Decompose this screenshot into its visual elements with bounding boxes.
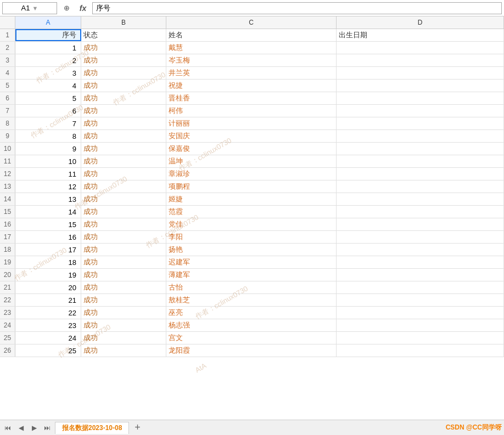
cell-B[interactable]: 成功 bbox=[81, 168, 166, 180]
cell-C[interactable]: 巫亮 bbox=[166, 307, 337, 319]
cell-C[interactable]: 安国庆 bbox=[166, 130, 337, 142]
cell-D[interactable] bbox=[337, 244, 504, 256]
cell-C[interactable]: 宫文 bbox=[166, 332, 337, 344]
cell-D[interactable] bbox=[337, 54, 504, 66]
cell-C[interactable]: 晋桂香 bbox=[166, 92, 337, 104]
cell-D[interactable] bbox=[337, 130, 504, 142]
cell-A[interactable]: 19 bbox=[15, 269, 81, 281]
cell-B[interactable]: 成功 bbox=[81, 218, 166, 230]
cell-B[interactable]: 成功 bbox=[81, 155, 166, 167]
cell-B[interactable]: 成功 bbox=[81, 332, 166, 344]
cell-A[interactable]: 2 bbox=[15, 54, 81, 66]
col-header-C[interactable]: C bbox=[166, 16, 337, 29]
cell-B[interactable]: 成功 bbox=[81, 294, 166, 306]
cell-D[interactable] bbox=[337, 180, 504, 193]
cell-C[interactable]: 姬婕 bbox=[166, 193, 337, 205]
cell-C[interactable]: 温坤 bbox=[166, 155, 337, 167]
cell-C[interactable]: 井兰英 bbox=[166, 67, 337, 79]
cell-B[interactable]: 成功 bbox=[81, 231, 166, 243]
cell-A[interactable]: 7 bbox=[15, 117, 81, 129]
cell-D[interactable] bbox=[337, 281, 504, 293]
cell-A[interactable]: 14 bbox=[15, 206, 81, 218]
cell-B[interactable]: 成功 bbox=[81, 344, 166, 357]
cell-C[interactable]: 祝捷 bbox=[166, 80, 337, 92]
tab-nav-last[interactable]: ⏭ bbox=[42, 422, 53, 433]
cell-A[interactable]: 5 bbox=[15, 92, 81, 104]
cell-A[interactable]: 13 bbox=[15, 193, 81, 205]
cell-B[interactable]: 成功 bbox=[81, 67, 166, 79]
cell-A[interactable]: 15 bbox=[15, 218, 81, 230]
cell-C[interactable]: 敖桂芝 bbox=[166, 294, 337, 306]
zoom-icon[interactable]: ⊕ bbox=[59, 2, 74, 14]
cell-A[interactable]: 4 bbox=[15, 80, 81, 92]
cell-A[interactable]: 12 bbox=[15, 180, 81, 193]
cell-A[interactable]: 11 bbox=[15, 168, 81, 180]
cell-A[interactable]: 18 bbox=[15, 256, 81, 268]
cell-D[interactable] bbox=[337, 168, 504, 180]
formula-input[interactable] bbox=[92, 2, 502, 14]
cell-A[interactable]: 17 bbox=[15, 244, 81, 256]
cell-B[interactable]: 成功 bbox=[81, 206, 166, 218]
cell-A[interactable]: 24 bbox=[15, 332, 81, 344]
cell-B[interactable]: 成功 bbox=[81, 193, 166, 205]
cell-D[interactable] bbox=[337, 117, 504, 129]
cell-B[interactable]: 成功 bbox=[81, 319, 166, 331]
cell-A[interactable]: 10 bbox=[15, 155, 81, 167]
cell-A[interactable]: 16 bbox=[15, 231, 81, 243]
tab-nav-next[interactable]: ▶ bbox=[29, 422, 40, 433]
cell-A[interactable]: 8 bbox=[15, 130, 81, 142]
cell-A[interactable]: 23 bbox=[15, 319, 81, 331]
cell-A[interactable]: 20 bbox=[15, 281, 81, 293]
col-header-B[interactable]: B bbox=[81, 16, 166, 29]
cell-B[interactable]: 成功 bbox=[81, 269, 166, 281]
cell-D[interactable] bbox=[337, 42, 504, 54]
cell-C[interactable]: 古怡 bbox=[166, 281, 337, 293]
add-sheet-button[interactable]: + bbox=[131, 422, 143, 434]
cell-C1[interactable]: 姓名 bbox=[166, 29, 337, 41]
cell-D[interactable] bbox=[337, 256, 504, 268]
cell-D[interactable] bbox=[337, 218, 504, 230]
cell-A[interactable]: 1 bbox=[15, 42, 81, 54]
cell-A[interactable]: 9 bbox=[15, 143, 81, 155]
col-header-D[interactable]: D bbox=[337, 16, 504, 29]
cell-B[interactable]: 成功 bbox=[81, 180, 166, 193]
cell-D[interactable] bbox=[337, 155, 504, 167]
cell-C[interactable]: 龙阳霞 bbox=[166, 344, 337, 357]
cell-D[interactable] bbox=[337, 92, 504, 104]
cell-B1[interactable]: 状态 bbox=[81, 29, 166, 41]
cell-D[interactable] bbox=[337, 294, 504, 306]
cell-D[interactable] bbox=[337, 67, 504, 79]
cell-D[interactable] bbox=[337, 332, 504, 344]
cell-C[interactable]: 李阳 bbox=[166, 231, 337, 243]
cell-C[interactable]: 保嘉俊 bbox=[166, 143, 337, 155]
cell-C[interactable]: 薄建军 bbox=[166, 269, 337, 281]
cell-C[interactable]: 范霞 bbox=[166, 206, 337, 218]
cell-reference-box[interactable]: A1 ▼ bbox=[2, 2, 57, 14]
cell-B[interactable]: 成功 bbox=[81, 92, 166, 104]
sheet-tab[interactable]: 报名数据2023-10-08 bbox=[55, 422, 129, 434]
cell-D[interactable] bbox=[337, 269, 504, 281]
cell-D[interactable] bbox=[337, 143, 504, 155]
cell-B[interactable]: 成功 bbox=[81, 256, 166, 268]
cell-C[interactable]: 戴慧 bbox=[166, 42, 337, 54]
cell-B[interactable]: 成功 bbox=[81, 42, 166, 54]
tab-nav-first[interactable]: ⏮ bbox=[2, 422, 13, 433]
cell-D[interactable] bbox=[337, 307, 504, 319]
cell-C[interactable]: 章淑珍 bbox=[166, 168, 337, 180]
cell-C[interactable]: 党佳 bbox=[166, 218, 337, 230]
cell-B[interactable]: 成功 bbox=[81, 130, 166, 142]
cell-C[interactable]: 迟建军 bbox=[166, 256, 337, 268]
cell-A1[interactable]: 序号 bbox=[15, 29, 81, 41]
cell-D[interactable] bbox=[337, 206, 504, 218]
cell-C[interactable]: 柯伟 bbox=[166, 105, 337, 117]
cell-A[interactable]: 22 bbox=[15, 307, 81, 319]
cell-C[interactable]: 扬艳 bbox=[166, 244, 337, 256]
cell-D[interactable] bbox=[337, 319, 504, 331]
cell-C[interactable]: 项鹏程 bbox=[166, 180, 337, 193]
cell-C[interactable]: 计丽丽 bbox=[166, 117, 337, 129]
cell-B[interactable]: 成功 bbox=[81, 281, 166, 293]
cell-B[interactable]: 成功 bbox=[81, 105, 166, 117]
cell-A[interactable]: 21 bbox=[15, 294, 81, 306]
cell-D[interactable] bbox=[337, 344, 504, 357]
cell-C[interactable]: 杨志强 bbox=[166, 319, 337, 331]
